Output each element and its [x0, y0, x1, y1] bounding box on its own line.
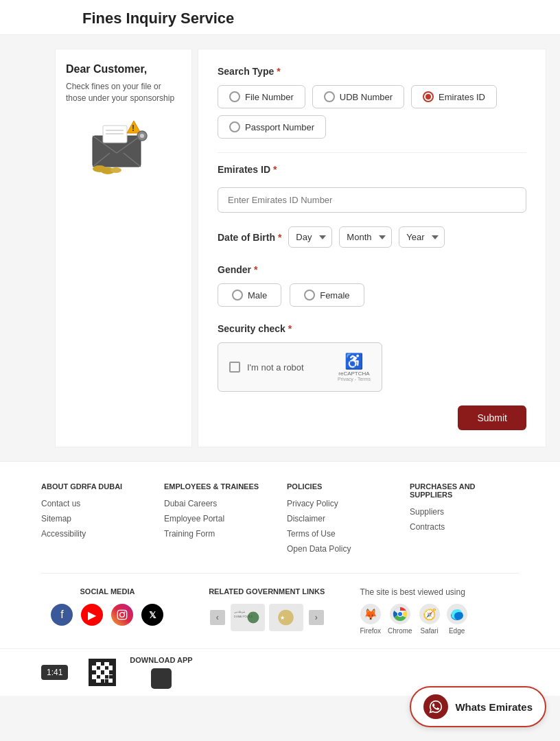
svg-point-21 [248, 612, 259, 624]
captcha-checkbox[interactable] [229, 362, 240, 373]
gender-label: Gender * [218, 264, 526, 275]
emirates-id-input[interactable] [218, 187, 526, 213]
facebook-icon[interactable]: f [51, 604, 73, 626]
svg-text:!: ! [132, 124, 135, 133]
footer-col-employees: EMPLOYEES & TRAINEES Dubai Careers Emplo… [164, 482, 273, 559]
gov-logo-dubai-police: شرطةدبي DUBAI POLICE [231, 604, 265, 631]
svg-point-14 [140, 134, 144, 138]
footer-link-suppliers[interactable]: Suppliers [410, 507, 519, 517]
browser-chrome: Chrome [388, 604, 412, 635]
gov-links-section: RELATED GOVERNMENT LINKS ‹ شرطةدبي DUBAI… [187, 587, 347, 631]
svg-text:★: ★ [280, 615, 285, 621]
radio-circle-female [304, 290, 315, 301]
chrome-label: Chrome [388, 627, 412, 635]
browser-title: The site is best viewed using [360, 587, 519, 597]
security-check-label: Security check * [218, 323, 526, 334]
carousel-prev-btn[interactable]: ‹ [210, 610, 225, 625]
footer-link-disclaimer[interactable]: Disclaimer [287, 514, 396, 524]
dob-day-select[interactable]: Day [288, 226, 332, 248]
radio-udb-number[interactable]: UDB Number [312, 85, 404, 108]
footer-link-employee-portal[interactable]: Employee Portal [164, 514, 273, 524]
radio-file-number[interactable]: File Number [218, 85, 305, 108]
submit-button[interactable]: Submit [458, 405, 526, 430]
footer-col-about: ABOUT GDRFA DUBAI Contact us Sitemap Acc… [41, 482, 150, 559]
recaptcha-icon: ♿ [345, 353, 363, 370]
radio-circle-male [232, 290, 243, 301]
radio-male[interactable]: Male [218, 283, 281, 307]
radio-female[interactable]: Female [290, 283, 364, 307]
whatsapp-emirates-button[interactable]: Whats Emirates [410, 686, 546, 727]
download-app-title: DOWNLOAD APP [130, 656, 192, 664]
time-display: 1:41 [41, 665, 68, 680]
required-star-captcha: * [288, 323, 292, 334]
search-type-group: File Number UDB Number Emirates ID Passp… [218, 85, 526, 139]
svg-point-27 [398, 612, 402, 616]
footer-link-sitemap[interactable]: Sitemap [41, 514, 150, 524]
dob-month-select[interactable]: Month [339, 226, 392, 248]
illustration: ! [66, 115, 181, 177]
social-title: SOCIAL MEDIA [41, 587, 174, 596]
footer-link-training-form[interactable]: Training Form [164, 529, 273, 539]
twitter-icon[interactable]: 𝕏 [141, 604, 163, 626]
radio-circle-emirates [423, 91, 434, 102]
edge-icon [447, 604, 467, 624]
gov-links-title: RELATED GOVERNMENT LINKS [187, 587, 347, 596]
whatsapp-icon [423, 694, 448, 719]
svg-point-17 [124, 611, 126, 613]
firefox-label: Firefox [360, 627, 381, 635]
browser-edge: Edge [447, 604, 467, 635]
footer-link-terms[interactable]: Terms of Use [287, 529, 396, 539]
svg-point-10 [110, 167, 121, 173]
search-type-label: Search Type * [218, 66, 526, 77]
captcha-box[interactable]: I'm not a robot ♿ reCAPTCHA Privacy - Te… [218, 342, 382, 392]
download-app-section: DOWNLOAD APP [130, 656, 192, 689]
qr-code [89, 659, 116, 686]
left-panel: Dear Customer, Check fines on your file … [55, 49, 192, 447]
youtube-icon[interactable]: ▶ [81, 604, 103, 626]
safari-label: Safari [421, 627, 439, 635]
carousel-next-btn[interactable]: › [309, 610, 324, 625]
captcha-text: I'm not a robot [247, 362, 304, 373]
main-content: Dear Customer, Check fines on your file … [0, 35, 560, 461]
radio-label-udb: UDB Number [340, 92, 393, 102]
captcha-logo: ♿ reCAPTCHA Privacy - Terms [338, 353, 371, 381]
required-star-gender: * [254, 264, 257, 275]
footer-link-contact[interactable]: Contact us [41, 499, 150, 508]
footer-link-open-data[interactable]: Open Data Policy [287, 544, 396, 554]
svg-point-16 [120, 613, 125, 618]
footer-col-policies: POLICIES Privacy Policy Disclaimer Terms… [287, 482, 396, 559]
radio-label-file: File Number [245, 92, 294, 102]
captcha-left: I'm not a robot [229, 362, 304, 373]
gov-logos: شرطةدبي DUBAI POLICE ★ [231, 604, 303, 631]
footer-link-privacy[interactable]: Privacy Policy [287, 499, 396, 508]
footer-col-title-about: ABOUT GDRFA DUBAI [41, 482, 150, 491]
footer: ABOUT GDRFA DUBAI Contact us Sitemap Acc… [0, 461, 560, 648]
required-star-dob: * [278, 232, 281, 243]
form-panel: Search Type * File Number UDB Number Emi… [198, 49, 546, 447]
radio-emirates-id[interactable]: Emirates ID [411, 85, 497, 108]
instagram-icon[interactable] [111, 604, 133, 626]
divider-1 [218, 152, 526, 153]
radio-label-emirates: Emirates ID [439, 92, 485, 102]
radio-passport-number[interactable]: Passport Number [218, 115, 326, 139]
footer-link-dubai-careers[interactable]: Dubai Careers [164, 499, 273, 508]
footer-link-accessibility[interactable]: Accessibility [41, 529, 150, 539]
edge-label: Edge [449, 627, 465, 635]
gender-group: Male Female [218, 283, 526, 307]
gov-logo-2: ★ [269, 604, 303, 631]
radio-label-female: Female [320, 290, 349, 301]
dob-year-select[interactable]: Year [399, 226, 445, 248]
required-star-id: * [273, 164, 277, 175]
browser-safari: 🧭 Safari [419, 604, 440, 635]
radio-circle-file [229, 91, 240, 102]
browser-icons: 🦊 Firefox [360, 604, 519, 635]
footer-col-title-purchases: PURCHASES AND SUPPLIERS [410, 482, 519, 499]
svg-text:شرطةدبي: شرطةدبي [234, 610, 246, 613]
greeting-text: Dear Customer, [66, 63, 181, 75]
dob-row: Date of Birth * Day Month Year [218, 226, 526, 248]
required-star-search: * [277, 66, 280, 77]
apple-store-icon[interactable] [151, 668, 172, 689]
dob-label: Date of Birth * [218, 232, 281, 243]
footer-link-contracts[interactable]: Contracts [410, 522, 519, 532]
footer-col-title-employees: EMPLOYEES & TRAINEES [164, 482, 273, 491]
